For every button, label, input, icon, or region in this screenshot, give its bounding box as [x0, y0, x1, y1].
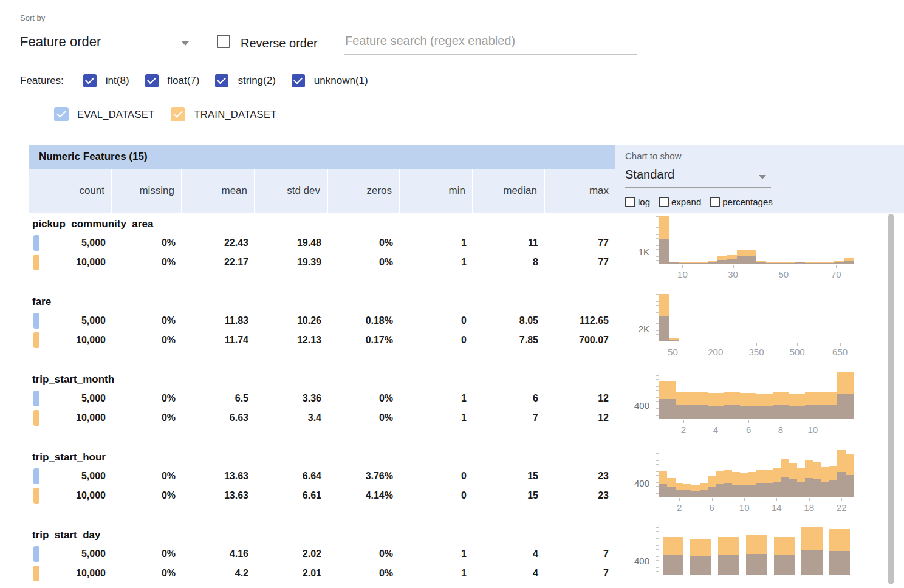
stat-mean: 4.2: [182, 568, 255, 579]
stat-std-dev: 2.02: [255, 549, 328, 559]
feature-histogram-block: 400246810: [615, 372, 904, 436]
x-axis-ticks: 10305070: [659, 265, 854, 281]
stat-std-dev: 19.48: [255, 238, 328, 248]
stat-zeros: 0%: [328, 568, 400, 579]
stat-count: 10,000: [29, 490, 112, 501]
stat-mean: 13.63: [182, 490, 255, 501]
stat-min: 0: [400, 335, 473, 346]
x-tick-label: 50: [668, 347, 678, 357]
stat-median: 6: [473, 393, 545, 404]
histogram-plot[interactable]: [656, 216, 854, 264]
stat-median: 8.05: [473, 315, 545, 326]
chart-to-show-label: Chart to show: [625, 151, 682, 161]
features-filter-label: Features:: [20, 75, 64, 87]
stat-min: 1: [400, 238, 473, 248]
y-axis-label: 400: [615, 372, 656, 419]
feature-search: [344, 30, 635, 55]
feature-stats: fare5,0000%11.8310.260.18%08.05112.6510,…: [29, 294, 615, 350]
stat-max: 12: [545, 412, 615, 423]
stat-max: 23: [545, 471, 615, 482]
stat-max: 23: [545, 490, 615, 501]
expand-checkbox[interactable]: [659, 197, 669, 207]
chart-type-select[interactable]: Standard: [625, 166, 771, 188]
eval-dataset-chip: [33, 546, 39, 562]
sort-by-value: Feature order: [20, 34, 101, 50]
stat-zeros: 0%: [328, 238, 400, 248]
reverse-order-checkbox[interactable]: [217, 35, 230, 48]
feature-name: fare: [29, 294, 615, 311]
column-header-zeros: zeros: [328, 169, 400, 213]
stat-count: 10,000: [29, 568, 112, 579]
table-title: Numeric Features (15): [29, 145, 615, 169]
histogram-plot[interactable]: [656, 450, 854, 497]
train-dataset-label: TRAIN_DATASET: [194, 109, 276, 120]
stat-mean: 4.16: [182, 549, 255, 559]
x-tick-label: 200: [708, 347, 723, 357]
stat-median: 4: [473, 568, 545, 579]
chart-type-value: Standard: [625, 168, 674, 182]
histogram-plot[interactable]: [656, 294, 854, 341]
log-checkbox[interactable]: [625, 197, 635, 207]
reverse-order-label: Reverse order: [241, 36, 318, 50]
x-tick-label: 500: [790, 347, 805, 357]
stat-min: 1: [400, 393, 473, 404]
feature-histogram-block: 1K10305070: [615, 216, 904, 281]
int-label: int(8): [106, 75, 129, 87]
x-axis-ticks: 2610141822: [659, 498, 854, 514]
x-axis-ticks: 246810: [659, 420, 854, 436]
stat-mean: 11.74: [182, 335, 255, 346]
histogram-bars: [659, 216, 854, 264]
stats-row: 10,0000%4.22.010%147: [29, 564, 615, 583]
string-checkbox[interactable]: [215, 74, 228, 87]
stat-missing: 0%: [112, 238, 182, 248]
feature-group: fare5,0000%11.8310.260.18%08.05112.6510,…: [29, 290, 904, 368]
stats-row: 10,0000%22.1719.390%1877: [29, 253, 615, 272]
stat-count: 10,000: [29, 257, 112, 268]
feature-stats: trip_start_month5,0000%6.53.360%161210,0…: [29, 372, 615, 428]
vertical-scrollbar[interactable]: [888, 214, 894, 584]
sort-by-label: Sort by: [20, 13, 45, 22]
x-tick-label: 30: [728, 269, 738, 279]
eval-dataset-chip: [33, 235, 39, 251]
float-label: float(7): [168, 75, 200, 87]
histogram-bars: [659, 527, 854, 575]
sort-by-select[interactable]: Feature order: [20, 30, 196, 56]
train-dataset-chip: [33, 488, 39, 504]
float-checkbox[interactable]: [145, 74, 159, 87]
percentages-checkbox[interactable]: [710, 197, 720, 207]
train-dataset-checkbox[interactable]: [171, 107, 185, 121]
chevron-down-icon: [182, 41, 189, 46]
x-tick-label: 8: [778, 425, 783, 435]
stats-row: 5,0000%22.4319.480%11177: [29, 233, 615, 253]
column-header-missing: missing: [112, 169, 182, 213]
x-tick-label: 22: [837, 502, 847, 513]
stat-count: 5,000: [29, 393, 112, 404]
unknown-label: unknown(1): [314, 75, 368, 87]
train-dataset-chip: [33, 410, 39, 426]
divider: [0, 98, 904, 98]
feature-group: trip_start_month5,0000%6.53.360%161210,0…: [29, 368, 904, 446]
stat-min: 0: [400, 471, 473, 482]
histogram-plot[interactable]: [656, 372, 854, 419]
numeric-features-table: Numeric Features (15) count missing mean…: [29, 145, 615, 213]
histogram-plot[interactable]: [656, 527, 854, 575]
column-header-row: count missing mean std dev zeros min med…: [29, 169, 615, 213]
stat-missing: 0%: [112, 393, 182, 404]
feature-name: trip_start_day: [29, 527, 615, 544]
int-checkbox[interactable]: [83, 74, 97, 87]
stat-count: 5,000: [29, 315, 112, 326]
eval-dataset-checkbox[interactable]: [54, 107, 69, 121]
x-tick-label: 18: [804, 502, 814, 513]
stat-max: 7: [545, 549, 615, 559]
stat-zeros: 0%: [328, 549, 400, 559]
feature-group: trip_start_hour5,0000%13.636.643.76%0152…: [29, 446, 904, 524]
train-dataset-chip: [33, 566, 39, 581]
feature-search-input[interactable]: [344, 30, 637, 55]
unknown-checkbox[interactable]: [292, 74, 305, 87]
percentages-label: percentages: [722, 197, 773, 207]
stats-row: 5,0000%6.53.360%1612: [29, 389, 615, 408]
dataset-legend: EVAL_DATASET TRAIN_DATASET: [54, 103, 277, 125]
feature-histogram-block: 400: [615, 527, 904, 588]
expand-label: expand: [671, 197, 701, 207]
feature-histogram-block: 2K50200350500650: [615, 294, 904, 358]
